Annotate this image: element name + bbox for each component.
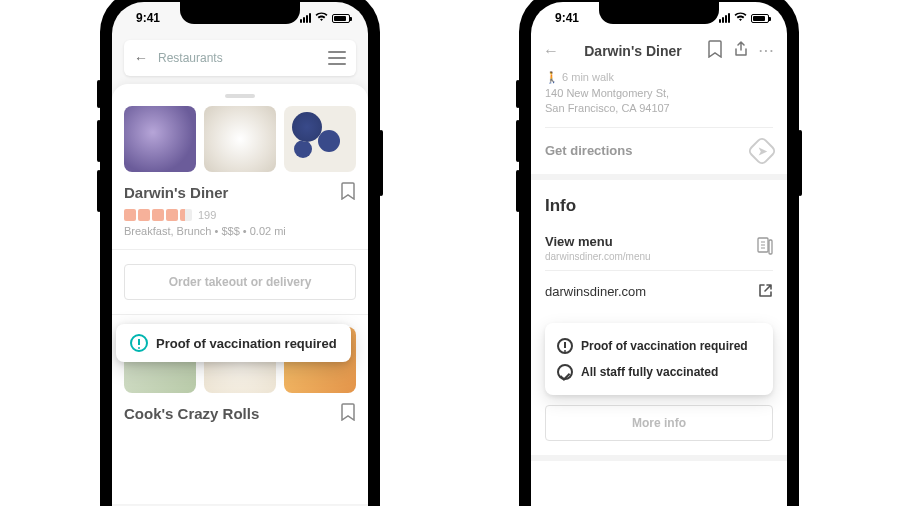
clock: 9:41 bbox=[136, 11, 160, 25]
phone-search-view: 9:41 ← Restaurants bbox=[100, 0, 380, 506]
photo-thumbnails bbox=[124, 106, 356, 172]
cell-signal-icon bbox=[300, 13, 311, 23]
address: 140 New Montgomery St, San Francisco, CA… bbox=[531, 84, 787, 127]
page-title: Darwin's Diner bbox=[567, 43, 699, 59]
photo-thumbnail[interactable] bbox=[284, 106, 356, 172]
info-heading: Info bbox=[531, 180, 787, 226]
more-info-button[interactable]: More info bbox=[545, 405, 773, 441]
clock: 9:41 bbox=[555, 11, 579, 25]
more-icon[interactable]: ··· bbox=[759, 44, 775, 58]
wifi-icon bbox=[315, 12, 328, 24]
menu-icon bbox=[757, 237, 773, 258]
callout-text: Proof of vaccination required bbox=[156, 336, 337, 351]
staff-vaccinated-row: All staff fully vaccinated bbox=[557, 359, 761, 385]
back-button[interactable]: ← bbox=[134, 50, 148, 66]
bookmark-icon[interactable] bbox=[340, 182, 356, 203]
walk-time: 🚶 6 min walk bbox=[531, 71, 787, 84]
filter-icon[interactable] bbox=[328, 51, 346, 65]
directions-icon: ➤ bbox=[746, 135, 777, 166]
sheet-grabber[interactable] bbox=[225, 94, 255, 98]
battery-icon bbox=[332, 14, 350, 23]
check-icon bbox=[557, 364, 573, 380]
alert-icon bbox=[557, 338, 573, 354]
review-count: 199 bbox=[198, 209, 216, 221]
website-row[interactable]: darwinsdiner.com bbox=[531, 271, 787, 313]
proof-required-row: Proof of vaccination required bbox=[557, 333, 761, 359]
star-rating: 199 bbox=[124, 209, 356, 221]
order-button[interactable]: Order takeout or delivery bbox=[124, 264, 356, 300]
get-directions-row[interactable]: Get directions ➤ bbox=[531, 128, 787, 174]
back-button[interactable]: ← bbox=[543, 42, 559, 60]
photo-thumbnail[interactable] bbox=[204, 106, 276, 172]
svg-rect-1 bbox=[769, 240, 772, 254]
vaccination-callout: Proof of vaccination required bbox=[116, 324, 351, 362]
bookmark-icon[interactable] bbox=[707, 40, 723, 61]
business-name[interactable]: Cook's Crazy Rolls bbox=[124, 405, 259, 422]
business-name[interactable]: Darwin's Diner bbox=[124, 184, 228, 201]
cell-signal-icon bbox=[719, 13, 730, 23]
search-query[interactable]: Restaurants bbox=[158, 51, 318, 65]
phone-detail-view: 9:41 ← Darwin's Diner bbox=[519, 0, 799, 506]
vaccination-info-card: Proof of vaccination required All staff … bbox=[545, 323, 773, 395]
photo-thumbnail[interactable] bbox=[124, 106, 196, 172]
alert-icon bbox=[130, 334, 148, 352]
share-icon[interactable] bbox=[733, 41, 749, 60]
status-bar: 9:41 bbox=[112, 2, 368, 34]
detail-header: ← Darwin's Diner ··· bbox=[531, 34, 787, 67]
status-bar: 9:41 bbox=[531, 2, 787, 34]
results-sheet: Darwin's Diner 199 Breakfast, Brunch • $… bbox=[112, 84, 368, 504]
wifi-icon bbox=[734, 12, 747, 24]
view-menu-row[interactable]: View menu darwinsdiner.com/menu bbox=[531, 226, 787, 270]
battery-icon bbox=[751, 14, 769, 23]
search-bar[interactable]: ← Restaurants bbox=[124, 40, 356, 76]
bookmark-icon[interactable] bbox=[340, 403, 356, 424]
external-link-icon bbox=[758, 283, 773, 301]
business-meta: Breakfast, Brunch • $$$ • 0.02 mi bbox=[124, 225, 356, 237]
menu-url: darwinsdiner.com/menu bbox=[545, 251, 651, 262]
